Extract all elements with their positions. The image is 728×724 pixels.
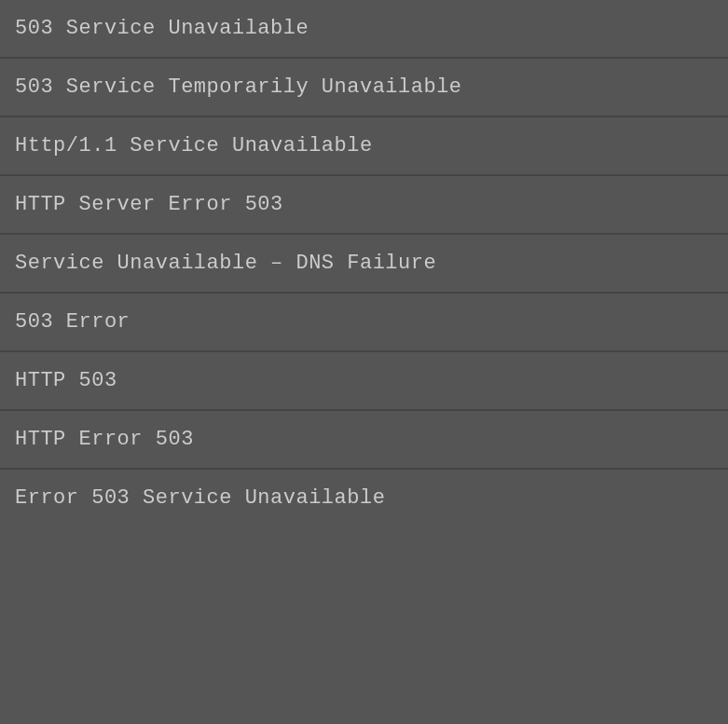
list-item[interactable]: 503 Service Temporarily Unavailable xyxy=(0,59,728,117)
list-item-label: 503 Error xyxy=(15,310,130,334)
list-item-label: 503 Service Temporarily Unavailable xyxy=(15,75,462,99)
list-item[interactable]: 503 Error xyxy=(0,294,728,352)
list-item-label: HTTP Server Error 503 xyxy=(15,193,283,216)
list-item[interactable]: 503 Service Unavailable xyxy=(0,0,728,59)
list-item-label: Error 503 Service Unavailable xyxy=(15,486,385,510)
list-item[interactable]: Http/1.1 Service Unavailable xyxy=(0,117,728,176)
list-item[interactable]: Error 503 Service Unavailable xyxy=(0,470,728,526)
list-item[interactable]: HTTP 503 xyxy=(0,352,728,411)
list-item-label: HTTP 503 xyxy=(15,369,117,392)
list-item[interactable]: HTTP Error 503 xyxy=(0,411,728,470)
list-item[interactable]: Service Unavailable – DNS Failure xyxy=(0,235,728,294)
list-item-label: 503 Service Unavailable xyxy=(15,17,309,40)
list-item-label: Http/1.1 Service Unavailable xyxy=(15,134,373,157)
list-item[interactable]: HTTP Server Error 503 xyxy=(0,176,728,235)
list-item-label: Service Unavailable – DNS Failure xyxy=(15,252,436,275)
list-item-label: HTTP Error 503 xyxy=(15,428,194,451)
error-list: 503 Service Unavailable503 Service Tempo… xyxy=(0,0,728,526)
